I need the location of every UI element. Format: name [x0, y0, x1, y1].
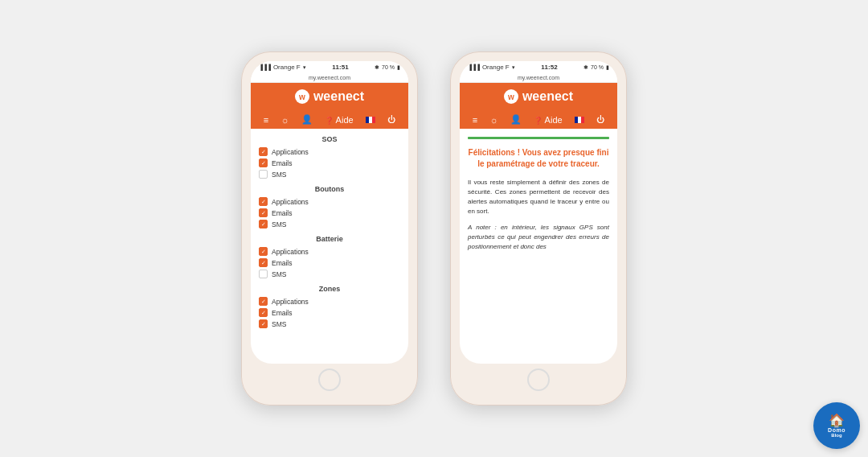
- section-title-zones: Zones: [259, 285, 400, 293]
- section-title-boutons: Boutons: [259, 185, 400, 193]
- sun-icon-1[interactable]: ☼: [280, 115, 289, 125]
- sos-sms-checkbox[interactable]: [259, 170, 268, 179]
- phone-1: ▐▐▐ Orange F ▾ 11:51 ✱ 70 % ▮ my.weenect…: [241, 51, 418, 406]
- help-link-2[interactable]: ❓ Aide: [534, 115, 562, 125]
- house-icon: 🏠: [829, 414, 845, 427]
- content-2: Félicitations ! Vous avez presque fini l…: [460, 129, 617, 364]
- home-button-1[interactable]: [318, 368, 341, 391]
- content-1: SOS Applications Emails SMS Boutons: [251, 129, 408, 364]
- flag-icon-1[interactable]: [366, 117, 375, 123]
- zones-applications-row: Applications: [259, 297, 400, 306]
- body-para-2: A noter : en intérieur, les signaux GPS …: [468, 223, 609, 252]
- zones-emails-checkbox[interactable]: [259, 308, 268, 317]
- batterie-emails-checkbox[interactable]: [259, 258, 268, 267]
- sos-emails-label: Emails: [272, 159, 293, 167]
- home-button-2[interactable]: [527, 368, 550, 391]
- boutons-applications-label: Applications: [272, 198, 309, 206]
- sos-emails-checkbox[interactable]: [259, 159, 268, 167]
- boutons-emails-label: Emails: [272, 209, 293, 217]
- status-left-2: ▐▐▐ Orange F ▾: [468, 64, 515, 71]
- boutons-sms-row: SMS: [259, 220, 400, 228]
- boutons-sms-label: SMS: [272, 220, 286, 228]
- batterie-applications-label: Applications: [272, 248, 309, 256]
- wifi-icon-1: ▾: [303, 64, 306, 71]
- batterie-applications-checkbox[interactable]: [259, 247, 268, 256]
- boutons-emails-checkbox[interactable]: [259, 208, 268, 217]
- phone-2-screen: ▐▐▐ Orange F ▾ 11:52 ✱ 70 % ▮ my.weenect…: [460, 61, 617, 364]
- nav-bar-2[interactable]: ≡ ☼ 👤 ❓ Aide ⏻: [460, 110, 617, 129]
- status-bar-1: ▐▐▐ Orange F ▾ 11:51 ✱ 70 % ▮: [251, 61, 408, 73]
- logo-icon-1: w: [295, 89, 309, 104]
- batterie-sms-checkbox[interactable]: [259, 270, 268, 278]
- status-right-2: ✱ 70 % ▮: [583, 64, 609, 71]
- domoblog-line1: Domo: [828, 427, 845, 433]
- power-icon-1[interactable]: ⏻: [387, 115, 395, 124]
- phone-2: ▐▐▐ Orange F ▾ 11:52 ✱ 70 % ▮ my.weenect…: [450, 51, 627, 406]
- boutons-emails-row: Emails: [259, 208, 400, 217]
- batterie-sms-label: SMS: [272, 270, 286, 278]
- sos-sms-row: SMS: [259, 170, 400, 179]
- boutons-sms-checkbox[interactable]: [259, 220, 268, 228]
- wifi-icon-2: ▾: [512, 64, 515, 71]
- batterie-sms-row: SMS: [259, 270, 400, 278]
- battery-bar-1: ▮: [397, 64, 400, 71]
- logo-text-1: weenect: [313, 89, 364, 104]
- url-text-1: my.weenect.com: [309, 75, 350, 80]
- batterie-emails-row: Emails: [259, 258, 400, 267]
- status-left-1: ▐▐▐ Orange F ▾: [259, 64, 306, 71]
- section-title-sos: SOS: [259, 135, 400, 143]
- signal-icon-1: ▐▐▐: [259, 64, 271, 70]
- carrier-1: Orange F: [273, 64, 301, 71]
- menu-icon-2[interactable]: ≡: [473, 115, 477, 125]
- menu-icon-1[interactable]: ≡: [264, 115, 268, 125]
- sos-applications-row: Applications: [259, 147, 400, 156]
- user-icon-2[interactable]: 👤: [510, 114, 522, 125]
- status-right-1: ✱ 70 % ▮: [375, 64, 400, 71]
- battery-bar-2: ▮: [606, 64, 609, 71]
- domoblog-line2: Blog: [831, 433, 841, 438]
- boutons-applications-checkbox[interactable]: [259, 197, 268, 206]
- carrier-2: Orange F: [482, 64, 510, 71]
- status-bar-2: ▐▐▐ Orange F ▾ 11:52 ✱ 70 % ▮: [460, 61, 617, 73]
- time-1: 11:51: [332, 64, 348, 71]
- zones-emails-row: Emails: [259, 308, 400, 317]
- boutons-applications-row: Applications: [259, 197, 400, 206]
- domoblog-badge: 🏠 Domo Blog: [813, 402, 860, 449]
- logo-1: w weenect: [295, 89, 364, 104]
- zones-applications-checkbox[interactable]: [259, 297, 268, 306]
- batterie-emails-label: Emails: [272, 259, 293, 267]
- zones-sms-label: SMS: [272, 320, 286, 328]
- sos-applications-label: Applications: [272, 148, 309, 156]
- sos-emails-row: Emails: [259, 159, 400, 167]
- bluetooth-icon-2: ✱: [583, 64, 588, 71]
- zones-applications-label: Applications: [272, 298, 309, 306]
- zones-sms-row: SMS: [259, 319, 400, 328]
- sos-sms-label: SMS: [272, 171, 286, 179]
- zones-sms-checkbox[interactable]: [259, 319, 268, 328]
- section-title-batterie: Batterie: [259, 235, 400, 243]
- user-icon-1[interactable]: 👤: [301, 114, 313, 125]
- zones-emails-label: Emails: [272, 309, 293, 317]
- url-bar-1: my.weenect.com: [251, 73, 408, 83]
- sun-icon-2[interactable]: ☼: [489, 115, 497, 125]
- sos-applications-checkbox[interactable]: [259, 147, 268, 156]
- logo-icon-2: w: [504, 89, 518, 104]
- battery-1: 70 %: [382, 64, 395, 70]
- flag-icon-2[interactable]: [575, 117, 584, 123]
- bluetooth-icon-1: ✱: [375, 64, 379, 71]
- app-header-2: w weenect: [460, 83, 617, 110]
- body-para-1: Il vous reste simplement à définir des z…: [468, 178, 609, 216]
- power-icon-2[interactable]: ⏻: [596, 115, 604, 124]
- congrats-title: Félicitations ! Vous avez presque fini l…: [468, 147, 609, 170]
- help-link-1[interactable]: ❓ Aide: [325, 115, 353, 125]
- signal-icon-2: ▐▐▐: [468, 64, 480, 70]
- logo-text-2: weenect: [522, 89, 573, 104]
- url-bar-2: my.weenect.com: [460, 73, 617, 83]
- progress-bar-2: [468, 137, 609, 139]
- time-2: 11:52: [541, 64, 557, 71]
- scene: ▐▐▐ Orange F ▾ 11:51 ✱ 70 % ▮ my.weenect…: [0, 0, 868, 457]
- logo-2: w weenect: [504, 89, 573, 104]
- batterie-applications-row: Applications: [259, 247, 400, 256]
- nav-bar-1[interactable]: ≡ ☼ 👤 ❓ Aide ⏻: [251, 110, 408, 129]
- url-text-2: my.weenect.com: [518, 75, 559, 80]
